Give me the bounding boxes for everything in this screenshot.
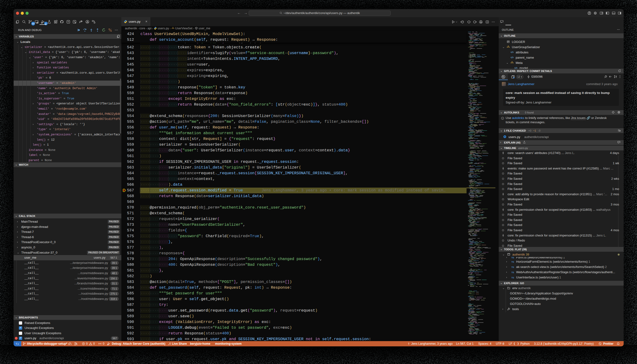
svg-text:TS: TS [511, 266, 514, 268]
svg-text:TS: TS [511, 271, 514, 274]
svg-text:TS: TS [511, 261, 514, 263]
svg-text:TS: TS [511, 276, 514, 279]
